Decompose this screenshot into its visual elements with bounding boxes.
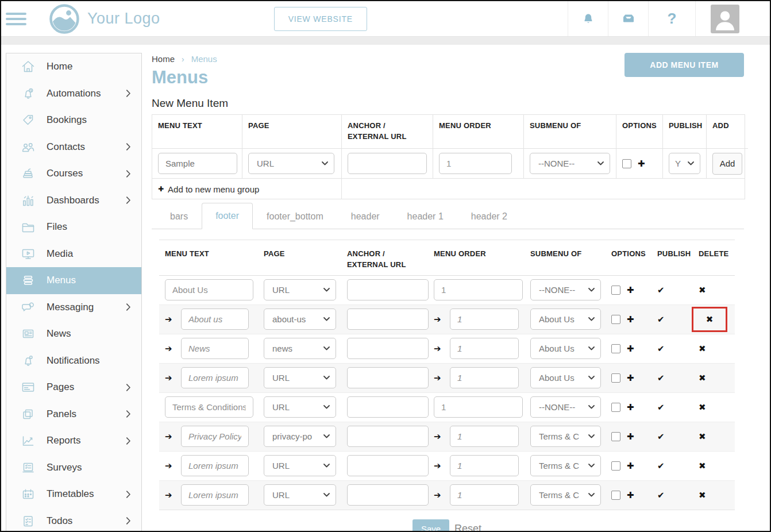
sidebar-item-automations[interactable]: Automations [6, 80, 141, 107]
menu-order-input[interactable] [450, 426, 519, 447]
page-select[interactable]: news [264, 338, 336, 359]
sidebar-item-files[interactable]: Files [6, 214, 141, 241]
delete-button[interactable]: ✖ [699, 373, 706, 383]
publish-check-icon[interactable]: ✔ [657, 344, 665, 354]
options-expand-button[interactable]: ✚ [627, 431, 634, 442]
tab-footer_bottom[interactable]: footer_bottom [253, 203, 337, 229]
notifications-button[interactable] [568, 1, 608, 36]
page-select[interactable]: URL [264, 396, 336, 418]
options-expand-button[interactable]: ✚ [627, 490, 634, 500]
menu-text-input[interactable] [181, 426, 249, 447]
menu-order-input[interactable] [439, 153, 512, 174]
tab-header[interactable]: header [337, 203, 394, 229]
options-checkbox[interactable] [611, 461, 620, 471]
menu-text-input[interactable] [165, 279, 253, 300]
submenu-of-select[interactable]: --NONE-- [530, 279, 601, 300]
view-website-button[interactable]: VIEW WEBSITE [274, 7, 367, 31]
add-button[interactable]: Add [712, 153, 742, 175]
options-checkbox[interactable] [611, 286, 620, 295]
submenu-of-select[interactable]: --NONE-- [530, 396, 601, 418]
anchor-url-input[interactable] [347, 367, 429, 388]
sidebar-item-surveys[interactable]: Surveys [6, 454, 141, 481]
sidebar-item-todos[interactable]: Todos [6, 508, 141, 532]
anchor-url-input[interactable] [348, 153, 427, 174]
options-expand-button[interactable]: ✚ [627, 402, 634, 413]
sidebar-item-contacts[interactable]: Contacts [6, 134, 141, 161]
sidebar-item-courses[interactable]: Courses [6, 160, 141, 187]
sidebar-item-panels[interactable]: Panels [6, 401, 141, 428]
breadcrumb-home[interactable]: Home [152, 54, 175, 64]
options-checkbox[interactable] [611, 315, 620, 324]
menu-order-input[interactable] [434, 396, 523, 418]
delete-button[interactable]: ✖ [699, 285, 706, 295]
page-select[interactable]: URL [264, 484, 336, 506]
anchor-url-input[interactable] [347, 309, 429, 330]
sidebar-item-dashboards[interactable]: Dashboards [6, 187, 141, 214]
page-select[interactable]: URL [264, 455, 336, 476]
anchor-url-input[interactable] [347, 338, 429, 359]
anchor-url-input[interactable] [347, 279, 429, 300]
anchor-url-input[interactable] [347, 426, 429, 447]
submenu-of-select[interactable]: --NONE-- [530, 153, 610, 174]
sidebar-item-menus[interactable]: Menus [6, 267, 141, 294]
delete-button[interactable]: ✖ [699, 344, 706, 354]
delete-button[interactable]: ✖ [699, 431, 706, 442]
inbox-button[interactable] [608, 1, 648, 36]
delete-button[interactable]: ✖ [706, 314, 714, 325]
publish-check-icon[interactable]: ✔ [657, 431, 665, 442]
sidebar-item-bookings[interactable]: Bookings [6, 107, 141, 134]
publish-select[interactable]: Y [669, 153, 700, 174]
menu-order-input[interactable] [434, 279, 523, 300]
menu-text-input[interactable] [181, 309, 249, 330]
page-select[interactable]: URL [264, 367, 336, 388]
page-select[interactable]: URL [248, 153, 334, 174]
options-expand-button[interactable]: ✚ [638, 159, 645, 169]
add-menu-item-button[interactable]: ADD MENU ITEM [624, 53, 744, 77]
delete-button[interactable]: ✖ [699, 402, 706, 413]
page-select[interactable]: URL [264, 279, 336, 300]
sidebar-item-media[interactable]: Media [6, 241, 141, 268]
menu-order-input[interactable] [450, 367, 519, 388]
publish-check-icon[interactable]: ✔ [657, 461, 665, 471]
submenu-of-select[interactable]: About Us [530, 309, 601, 330]
options-checkbox[interactable] [611, 403, 620, 412]
publish-check-icon[interactable]: ✔ [657, 490, 665, 500]
sidebar-item-timetables[interactable]: Timetables [6, 481, 141, 508]
sidebar-item-messaging[interactable]: Messaging [6, 294, 141, 321]
menu-text-input[interactable] [165, 396, 253, 418]
tab-bars[interactable]: bars [156, 203, 202, 229]
options-checkbox[interactable] [622, 159, 631, 168]
tab-header-1[interactable]: header 1 [394, 203, 457, 229]
save-button[interactable]: Save [413, 519, 449, 532]
options-checkbox[interactable] [611, 432, 620, 441]
options-expand-button[interactable]: ✚ [627, 461, 634, 471]
anchor-url-input[interactable] [347, 396, 429, 418]
options-expand-button[interactable]: ✚ [627, 285, 634, 295]
menu-order-input[interactable] [450, 338, 519, 359]
options-checkbox[interactable] [611, 491, 620, 500]
tab-footer[interactable]: footer [202, 203, 253, 229]
logo[interactable]: Your Logo [49, 4, 160, 34]
options-expand-button[interactable]: ✚ [627, 373, 634, 383]
delete-button[interactable]: ✖ [699, 490, 706, 500]
submenu-of-select[interactable]: Terms & C [530, 455, 601, 476]
tab-header-2[interactable]: header 2 [457, 203, 521, 229]
reset-button[interactable]: Reset [454, 523, 481, 532]
help-button[interactable]: ? [648, 1, 695, 36]
options-checkbox[interactable] [611, 344, 620, 353]
publish-check-icon[interactable]: ✔ [657, 402, 665, 413]
submenu-of-select[interactable]: Terms & C [530, 426, 601, 447]
delete-button[interactable]: ✖ [699, 461, 706, 471]
sidebar-item-news[interactable]: News [6, 321, 141, 348]
submenu-of-select[interactable]: About Us [530, 338, 601, 359]
submenu-of-select[interactable]: Terms & C [530, 484, 601, 506]
options-checkbox[interactable] [611, 373, 620, 383]
options-expand-button[interactable]: ✚ [627, 344, 634, 354]
sidebar-item-notifications[interactable]: Notifications [6, 348, 141, 375]
page-select[interactable]: privacy-po [264, 426, 336, 447]
publish-check-icon[interactable]: ✔ [657, 314, 665, 325]
menu-text-input[interactable] [181, 367, 249, 388]
menu-order-input[interactable] [450, 309, 519, 330]
publish-check-icon[interactable]: ✔ [657, 373, 665, 383]
menu-text-input[interactable] [181, 338, 249, 359]
